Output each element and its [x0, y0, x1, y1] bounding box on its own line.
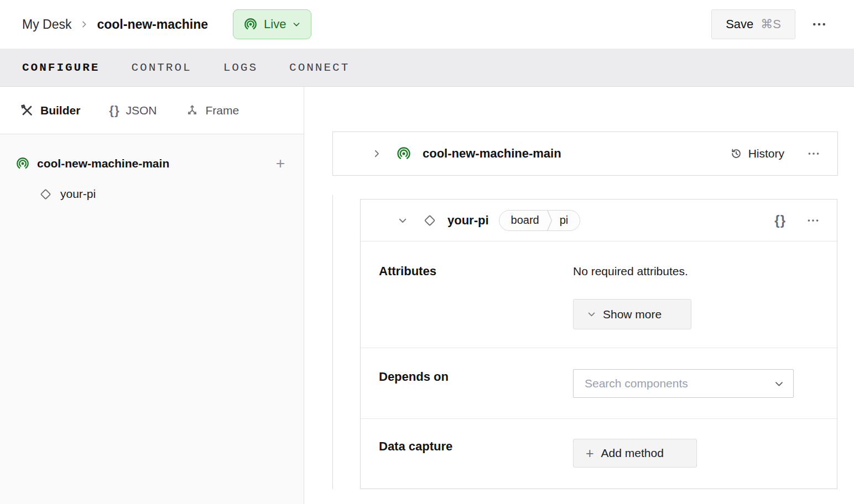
save-button[interactable]: Save ⌘S	[711, 9, 795, 39]
diamond-icon	[39, 188, 52, 201]
live-status-label: Live	[264, 17, 286, 32]
diamond-icon	[423, 214, 436, 227]
history-button[interactable]: History	[730, 147, 784, 160]
tab-logs[interactable]: LOGS	[223, 61, 258, 74]
show-more-button[interactable]: Show more	[573, 299, 691, 329]
component-title: your-pi	[447, 213, 489, 228]
chevron-down-icon[interactable]	[774, 379, 784, 389]
broadcast-icon	[243, 17, 258, 32]
tree-machine-label: cool-new-machine-main	[37, 157, 169, 170]
machine-card: cool-new-machine-main History	[332, 132, 838, 176]
tree-item-machine[interactable]: cool-new-machine-main +	[0, 150, 304, 177]
data-capture-label: Data capture	[361, 439, 573, 489]
history-label: History	[748, 147, 784, 160]
machine-card-title: cool-new-machine-main	[423, 146, 561, 161]
expand-machine-chevron-right-icon[interactable]	[369, 146, 384, 161]
braces-icon: {}	[774, 213, 786, 228]
component-type-badge: board pi	[499, 210, 581, 231]
frame-axes-icon	[185, 103, 199, 117]
view-mode-toolbar: Builder {} JSON Frame	[0, 87, 304, 134]
attributes-section: Attributes No required attributes. Show …	[361, 242, 837, 348]
breadcrumb-root-link[interactable]: My Desk	[22, 17, 71, 32]
main-tabbar: CONFIGURE CONTROL LOGS CONNECT	[0, 49, 854, 87]
component-tree: cool-new-machine-main + your-pi	[0, 134, 304, 208]
tab-configure[interactable]: CONFIGURE	[22, 61, 100, 74]
mode-builder-label: Builder	[40, 104, 80, 117]
badge-divider-chevron-icon	[546, 210, 553, 231]
mode-json-label: JSON	[126, 104, 157, 117]
tree-item-your-pi[interactable]: your-pi	[0, 180, 304, 208]
machine-name-title: cool-new-machine	[97, 17, 208, 32]
chevron-down-icon	[587, 309, 596, 319]
tree-spine-line	[332, 195, 333, 489]
config-sidebar: Builder {} JSON Frame	[0, 87, 304, 504]
depends-on-combobox[interactable]	[573, 369, 794, 398]
badge-type-label: board	[499, 214, 546, 227]
tab-connect[interactable]: CONNECT	[289, 61, 350, 74]
save-label: Save	[726, 17, 753, 32]
mode-json[interactable]: {} JSON	[109, 104, 157, 117]
breadcrumb: My Desk cool-new-machine	[22, 17, 208, 32]
chevron-down-icon	[292, 20, 301, 29]
search-components-input[interactable]	[585, 377, 774, 390]
mode-builder[interactable]: Builder	[20, 103, 80, 118]
attributes-label: Attributes	[361, 264, 573, 348]
add-component-button[interactable]: +	[276, 156, 285, 171]
component-overflow-menu-button[interactable]	[804, 211, 822, 230]
depends-on-label: Depends on	[361, 369, 573, 418]
broadcast-icon	[396, 146, 412, 161]
mode-frame[interactable]: Frame	[185, 103, 239, 117]
breadcrumb-separator-icon	[80, 20, 88, 29]
badge-model-label: pi	[553, 214, 580, 227]
depends-on-section: Depends on	[361, 348, 837, 419]
collapse-chevron-down-icon[interactable]	[395, 213, 410, 228]
data-capture-section: Data capture + Add method	[361, 419, 837, 489]
header-overflow-menu-button[interactable]	[809, 14, 830, 35]
attributes-empty-text: No required attributes.	[573, 264, 821, 279]
live-status-dropdown[interactable]: Live	[233, 9, 311, 39]
component-json-button[interactable]: {}	[774, 214, 786, 227]
broadcast-icon	[15, 156, 30, 171]
plus-icon: +	[586, 447, 594, 460]
component-card-your-pi: your-pi board pi {} Attributes No requir…	[360, 199, 837, 489]
add-method-label: Add method	[601, 447, 664, 460]
config-main-panel: cool-new-machine-main History	[304, 87, 854, 504]
tree-component-label: your-pi	[60, 187, 96, 201]
tab-control[interactable]: CONTROL	[131, 61, 191, 74]
top-header: My Desk cool-new-machine Live Save ⌘S	[0, 0, 854, 49]
tools-icon	[20, 103, 34, 118]
component-card-header: your-pi board pi {}	[361, 200, 837, 242]
history-clock-icon	[730, 147, 743, 160]
save-shortcut: ⌘S	[761, 17, 781, 32]
add-method-button[interactable]: + Add method	[573, 439, 697, 468]
show-more-label: Show more	[603, 308, 662, 321]
header-actions: Save ⌘S	[711, 9, 830, 39]
machine-card-overflow-menu-button[interactable]	[804, 144, 823, 163]
braces-icon: {}	[109, 104, 119, 117]
mode-frame-label: Frame	[205, 104, 239, 117]
